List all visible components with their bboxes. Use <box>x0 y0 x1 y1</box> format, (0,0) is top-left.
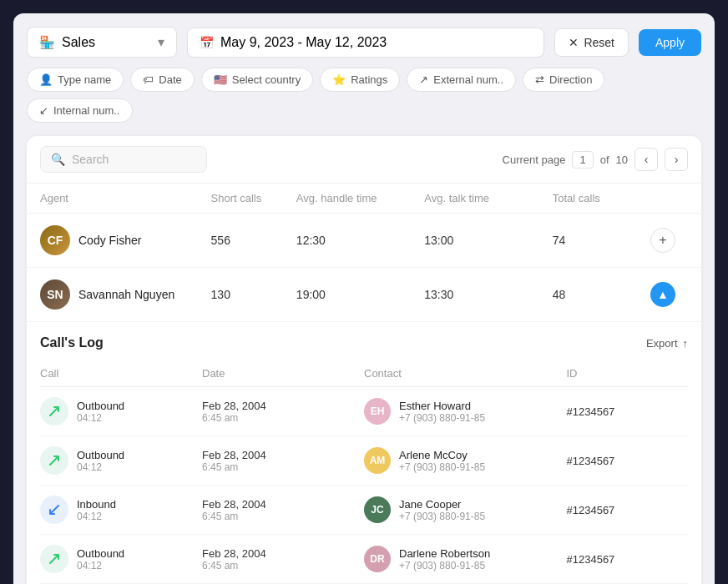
filter-ratings-label: Ratings <box>351 73 387 86</box>
agent-name-savannah: Savannah Nguyen <box>78 288 174 301</box>
contact-cell: EH Esther Howard+7 (903) 880-91-85 <box>364 398 567 425</box>
calls-log-section: Call's Log Export ↑ Call Date Contact ID <box>27 322 701 584</box>
log-col-call: Call <box>40 367 202 380</box>
person-icon: 👤 <box>39 73 53 86</box>
cody-avg-talk: 13:00 <box>424 234 552 247</box>
expand-button-cody[interactable]: + <box>650 228 675 253</box>
flag-icon: 🇺🇸 <box>214 73 227 86</box>
date-range-selector[interactable]: 📅 May 9, 2023 - May 12, 2023 <box>187 28 544 58</box>
of-label: of <box>600 154 609 166</box>
savannah-avg-talk: 13:30 <box>424 288 552 301</box>
filter-name-label: Type name <box>58 73 111 86</box>
agent-name-cody: Cody Fisher <box>78 234 141 247</box>
agent-info-cody: CF Cody Fisher <box>40 225 211 255</box>
id-cell-1: #1234567 <box>567 405 689 418</box>
filter-internal-num[interactable]: ↙ Internal num.. <box>27 98 133 123</box>
log-row: Outbound04:12 Feb 28, 20046:45 am AM Arl… <box>40 436 688 486</box>
log-col-date: Date <box>202 367 364 380</box>
col-total-calls: Total calls <box>553 192 638 204</box>
avatar-jane: JC <box>364 496 391 523</box>
savannah-avg-handle: 19:00 <box>296 288 424 301</box>
total-pages: 10 <box>616 154 628 166</box>
call-type-cell: Outbound04:12 <box>40 446 202 475</box>
export-icon: ↑ <box>683 337 689 350</box>
id-cell-2: #1234567 <box>567 455 689 467</box>
export-label: Export <box>646 337 678 350</box>
calls-log-title: Call's Log <box>40 335 104 350</box>
call-type-cell: Outbound04:12 <box>40 545 202 573</box>
direction-icon: ⇄ <box>535 73 544 86</box>
filter-external-label: External num.. <box>433 73 503 86</box>
log-row: Inbound04:12 Feb 28, 20046:45 am JC Jane… <box>40 486 688 535</box>
search-icon: 🔍 <box>51 153 65 166</box>
date-range-label: May 9, 2023 - May 12, 2023 <box>220 35 387 50</box>
outbound-icon-2 <box>40 446 68 475</box>
prev-page-button[interactable]: ‹ <box>634 148 658 171</box>
log-row: Outbound04:12 Feb 28, 20046:45 am DR Dar… <box>40 535 688 584</box>
avatar-arlene: AM <box>364 447 391 474</box>
current-page-number: 1 <box>572 151 593 169</box>
call-type-cell: Inbound04:12 <box>40 496 202 524</box>
cody-total-calls: 74 <box>553 234 638 247</box>
apply-button[interactable]: Apply <box>639 29 701 56</box>
main-container: 🏪 Sales ▾ 📅 May 9, 2023 - May 12, 2023 ✕… <box>13 13 715 584</box>
reset-label: Reset <box>584 36 614 49</box>
internal-icon: ↙ <box>39 104 48 117</box>
outbound-icon-1 <box>40 397 68 425</box>
filter-date-label: Date <box>159 73 181 86</box>
calendar-icon: 📅 <box>200 36 214 49</box>
next-page-button[interactable]: › <box>665 148 688 171</box>
filter-date[interactable]: 🏷 Date <box>130 68 194 92</box>
log-col-id: ID <box>567 367 689 380</box>
filter-external-num[interactable]: ↗ External num.. <box>407 68 516 92</box>
content-card: 🔍 Current page 1 of 10 ‹ › Agent Short c… <box>27 136 701 584</box>
col-actions <box>638 192 688 204</box>
filter-internal-label: Internal num.. <box>53 104 120 117</box>
star-icon: ⭐ <box>332 73 346 86</box>
avatar-cody: CF <box>40 225 70 255</box>
avatar-esther: EH <box>364 398 391 425</box>
contact-cell: JC Jane Cooper+7 (903) 880-91-85 <box>364 496 567 523</box>
filter-ratings[interactable]: ⭐ Ratings <box>320 68 400 92</box>
avatar-savannah: SN <box>40 279 70 310</box>
inbound-icon-3 <box>40 496 68 524</box>
id-cell-3: #1234567 <box>567 504 689 516</box>
savannah-short-calls: 130 <box>211 288 296 301</box>
cody-short-calls: 556 <box>211 234 296 247</box>
col-avg-handle: Avg. handle time <box>296 192 424 204</box>
search-box[interactable]: 🔍 <box>40 146 207 173</box>
filter-type-name[interactable]: 👤 Type name <box>27 68 124 92</box>
search-pagination-row: 🔍 Current page 1 of 10 ‹ › <box>27 136 701 184</box>
calls-log-header: Call's Log Export ↑ <box>40 335 688 350</box>
agent-row: CF Cody Fisher 556 12:30 13:00 74 + <box>27 214 701 268</box>
filter-direction-label: Direction <box>549 73 592 86</box>
contact-cell: DR Darlene Robertson+7 (903) 880-91-85 <box>364 546 567 572</box>
col-short-calls: Short calls <box>211 192 296 204</box>
reset-button[interactable]: ✕ Reset <box>554 28 629 57</box>
outbound-icon-4 <box>40 545 68 573</box>
chevron-down-icon: ▾ <box>158 34 164 50</box>
external-icon: ↗ <box>419 73 428 86</box>
filter-bar: 👤 Type name 🏷 Date 🇺🇸 Select country ⭐ R… <box>27 68 701 123</box>
search-input[interactable] <box>72 153 196 166</box>
filter-direction[interactable]: ⇄ Direction <box>523 68 604 92</box>
filter-country-label: Select country <box>232 73 301 86</box>
savannah-total-calls: 48 <box>553 288 638 301</box>
log-table-header: Call Date Contact ID <box>40 360 688 387</box>
log-row: Outbound04:12 Feb 28, 20046:45 am EH Est… <box>40 387 688 436</box>
top-pagination: Current page 1 of 10 ‹ › <box>503 148 688 171</box>
sales-label: Sales <box>62 35 95 50</box>
log-col-contact: Contact <box>364 367 567 380</box>
agent-info-savannah: SN Savannah Nguyen <box>40 279 211 310</box>
export-button[interactable]: Export ↑ <box>646 337 688 350</box>
cody-avg-handle: 12:30 <box>296 234 424 247</box>
top-bar: 🏪 Sales ▾ 📅 May 9, 2023 - May 12, 2023 ✕… <box>27 27 701 58</box>
id-cell-4: #1234567 <box>567 553 689 566</box>
collapse-button-savannah[interactable]: ▲ <box>650 282 675 307</box>
building-icon: 🏪 <box>39 35 55 50</box>
col-agent: Agent <box>40 192 211 204</box>
x-icon: ✕ <box>569 36 579 49</box>
tag-icon: 🏷 <box>143 73 154 86</box>
sales-dropdown[interactable]: 🏪 Sales ▾ <box>27 27 177 58</box>
filter-country[interactable]: 🇺🇸 Select country <box>201 68 313 92</box>
